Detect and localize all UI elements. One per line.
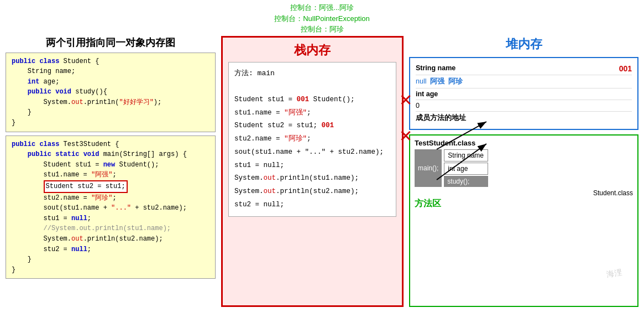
student-class-code: public class Student { String name; int … bbox=[6, 53, 216, 132]
left-panel: 两个引用指向同一对象内存图 public class Student { Str… bbox=[6, 36, 216, 307]
console-line-2: 控制台：NullPointerException bbox=[0, 13, 644, 24]
stack-line-2: stu1.name = "阿强"; bbox=[234, 107, 390, 120]
stack-inner: 方法: main Student stu1 = 001 Student(); s… bbox=[228, 62, 396, 217]
x-mark-2: ✕ bbox=[400, 123, 412, 148]
x-mark-1: ✕ bbox=[400, 87, 412, 112]
method-area-box: TestStudent.class main(); String name in… bbox=[409, 134, 638, 307]
heap-row-age-val: 0 bbox=[416, 100, 632, 112]
stack-line-5: sout(stu1.name + "..." + stu2.name); bbox=[234, 146, 390, 159]
heap-row-name: String name 001 bbox=[416, 62, 632, 75]
stack-panel: 栈内存 方法: main Student stu1 = 001 Student(… bbox=[221, 36, 404, 307]
test-student-class-label: TestStudent.class bbox=[415, 139, 633, 147]
console-line-3: 控制台：阿珍 bbox=[0, 24, 644, 35]
main-method-cell: main(); bbox=[415, 149, 442, 187]
stack-line-9: stu2 = null; bbox=[234, 199, 390, 212]
left-title: 两个引用指向同一对象内存图 bbox=[6, 36, 216, 49]
class-methods-right: String name int age study(); bbox=[444, 149, 488, 187]
stack-line-6: stu1 = null; bbox=[234, 159, 390, 173]
stack-line-7: System.out.println(stu1.name); bbox=[234, 172, 390, 185]
stack-method-label: 方法: main bbox=[234, 67, 390, 81]
string-name-cell: String name bbox=[444, 149, 488, 162]
heap-box: String name 001 null 阿强 阿珍 int age 0 成员方… bbox=[409, 57, 638, 130]
right-panel: 堆内存 String name 001 null 阿强 阿珍 int age 0 bbox=[409, 36, 638, 307]
console-output: 控制台：阿强...阿珍 控制台：NullPointerException 控制台… bbox=[0, 0, 644, 36]
main-area: 两个引用指向同一对象内存图 public class Student { Str… bbox=[0, 36, 644, 307]
stack-line-3: Student stu2 = stu1; 001 bbox=[234, 119, 390, 133]
heap-title: 堆内存 bbox=[409, 36, 638, 53]
stack-line-1: Student stu1 = 001 Student(); bbox=[234, 93, 390, 107]
method-area-label: 方法区 bbox=[415, 198, 633, 210]
heap-row-age: int age bbox=[416, 88, 632, 100]
heap-row-method-addr: 成员方法的地址 bbox=[416, 112, 632, 124]
study-method-cell: study(); bbox=[444, 176, 488, 187]
test3student-class-code: public class Test3Student { public stati… bbox=[6, 136, 216, 279]
stack-title: 栈内存 bbox=[228, 42, 396, 59]
stack-line-4: stu2.name = "阿珍"; bbox=[234, 133, 390, 146]
heap-row-name-vals: null 阿强 阿珍 bbox=[416, 75, 632, 88]
student-class-label: Student.class bbox=[415, 189, 633, 197]
class-box: main(); String name int age study(); bbox=[415, 149, 633, 187]
stack-line-8: System.out.println(stu2.name); bbox=[234, 185, 390, 199]
int-age-cell: int age bbox=[444, 163, 488, 175]
console-line-1: 控制台：阿强...阿珍 bbox=[0, 2, 644, 13]
